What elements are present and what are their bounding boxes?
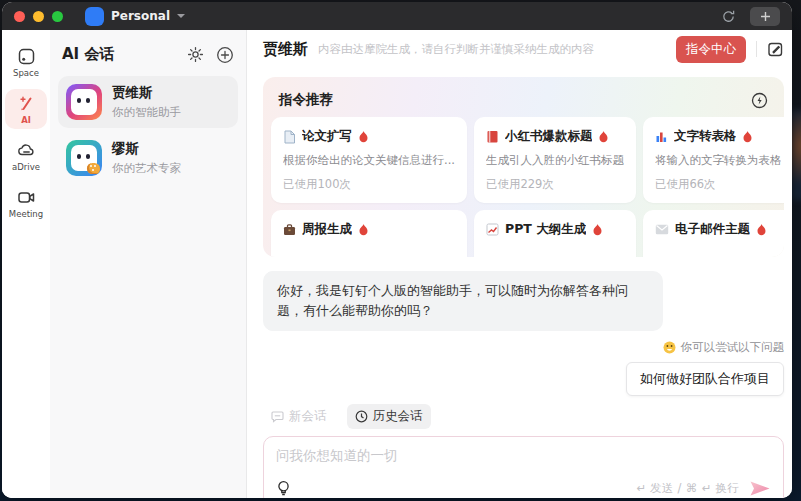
prompt-card[interactable]: 文字转表格 将输入的文字转换为表格 已使用66次 xyxy=(643,117,784,203)
plus-icon xyxy=(760,11,771,22)
send-plane-icon[interactable] xyxy=(749,479,771,498)
assistant-title: 贾维斯 xyxy=(263,40,308,59)
conversation-item-muse[interactable]: 缪斯 你的艺术专家 xyxy=(58,132,238,184)
workspace-switcher[interactable]: Personal xyxy=(85,7,185,26)
prompt-card[interactable]: 电子邮件主题 xyxy=(643,210,784,257)
card-usage: 已使用66次 xyxy=(655,177,782,192)
bolt-circle-icon[interactable] xyxy=(751,92,768,109)
flame-icon xyxy=(358,223,369,236)
document-icon xyxy=(283,130,296,144)
muse-avatar xyxy=(66,140,102,176)
chevron-down-icon xyxy=(177,14,185,18)
flame-icon xyxy=(592,223,603,236)
titlebar: Personal xyxy=(2,2,792,30)
shortcut-hint: ↵ 发送 / ⌘ ↵ 换行 xyxy=(636,481,739,496)
sidebar-item-adrive[interactable]: aDrive xyxy=(5,136,47,176)
message-input-box: ↵ 发送 / ⌘ ↵ 换行 xyxy=(263,436,784,498)
workspace-name: Personal xyxy=(111,9,170,23)
bulb-icon[interactable] xyxy=(276,480,291,497)
conversation-desc: 你的艺术专家 xyxy=(112,161,181,176)
sidebar-item-space[interactable]: Space xyxy=(5,42,47,82)
conversation-name: 缪斯 xyxy=(112,140,181,158)
red-book-icon xyxy=(486,130,499,143)
disclaimer-text: 内容由达摩院生成，请自行判断并谨慎采纳生成的内容 xyxy=(318,42,676,57)
suggested-question-button[interactable]: 如何做好团队合作项目 xyxy=(626,362,784,396)
card-desc: 根据你给出的论文关键信息进行... xyxy=(283,153,455,168)
chat-bubble-icon xyxy=(271,410,284,423)
conversation-desc: 你的智能助手 xyxy=(112,105,181,120)
ai-pen-icon xyxy=(17,94,36,113)
workspace-avatar-icon xyxy=(85,7,104,26)
close-icon[interactable] xyxy=(14,11,25,22)
refresh-icon[interactable] xyxy=(721,9,736,24)
panel-title: AI 会话 xyxy=(62,45,175,64)
sidebar-item-label: aDrive xyxy=(12,162,40,172)
divider xyxy=(756,41,757,57)
message-input[interactable] xyxy=(276,447,771,479)
chat-main: 贾维斯 内容由达摩院生成，请自行判断并谨慎采纳生成的内容 指令中心 指令推荐 xyxy=(247,30,792,498)
tab-new-chat[interactable]: 新会话 xyxy=(263,404,335,429)
plus-circle-icon[interactable] xyxy=(216,46,234,64)
assistant-message: 你好，我是钉钉个人版的智能助手，可以随时为你解答各种问题，有什么能帮助你的吗？ xyxy=(263,271,663,331)
line-chart-icon xyxy=(486,223,499,236)
briefcase-icon xyxy=(283,223,296,236)
conversation-panel: AI 会话 贾维斯 你的智能助手 xyxy=(50,30,247,498)
sidebar-item-label: AI xyxy=(21,115,31,125)
bar-chart-icon xyxy=(655,130,668,143)
flame-icon xyxy=(358,130,369,143)
card-usage: 已使用229次 xyxy=(486,177,624,192)
card-desc: 生成引人入胜的小红书标题 xyxy=(486,153,624,168)
sidebar-item-label: Meeting xyxy=(9,209,43,219)
sidebar-item-ai[interactable]: AI xyxy=(5,89,47,129)
cloud-icon xyxy=(17,141,36,160)
sidebar-item-label: Space xyxy=(13,68,39,78)
try-label: 你可以尝试以下问题 xyxy=(681,340,785,355)
edit-icon[interactable] xyxy=(767,41,784,58)
clock-icon xyxy=(355,410,368,423)
left-rail: Space AI aDrive xyxy=(2,30,50,498)
backdrop-blur xyxy=(791,110,801,200)
sidebar-item-meeting[interactable]: Meeting xyxy=(5,183,47,223)
conversation-item-jarvis[interactable]: 贾维斯 你的智能助手 xyxy=(58,76,238,128)
desktop-backdrop: Personal Space xyxy=(0,0,801,501)
card-usage: 已使用100次 xyxy=(283,177,455,192)
prompt-recommendations: 指令推荐 论文扩写 根据你给出的论文关键信息进行... xyxy=(263,77,784,257)
zoom-icon[interactable] xyxy=(52,11,63,22)
prompt-card[interactable]: 论文扩写 根据你给出的论文关键信息进行... 已使用100次 xyxy=(271,117,467,203)
app-window: Personal Space xyxy=(2,2,792,498)
prompts-title: 指令推荐 xyxy=(279,91,751,109)
tab-history[interactable]: 历史会话 xyxy=(347,404,431,429)
conversation-name: 贾维斯 xyxy=(112,84,181,102)
flame-icon xyxy=(598,130,609,143)
smiley-icon xyxy=(663,341,676,354)
flame-icon xyxy=(756,223,767,236)
prompt-card[interactable]: 小红书爆款标题 生成引人入胜的小红书标题 已使用229次 xyxy=(474,117,636,203)
gear-icon[interactable] xyxy=(187,46,204,63)
new-tab-button[interactable] xyxy=(750,7,780,26)
minimize-icon[interactable] xyxy=(33,11,44,22)
envelope-icon xyxy=(655,224,669,235)
try-suggestions-label-row: 你可以尝试以下问题 xyxy=(263,340,784,355)
card-desc: 将输入的文字转换为表格 xyxy=(655,153,782,168)
conversation-tabs: 新会话 历史会话 xyxy=(263,404,784,429)
flame-icon xyxy=(742,130,753,143)
prompt-card[interactable]: 周报生成 xyxy=(271,210,467,257)
space-icon xyxy=(17,47,36,66)
command-center-button[interactable]: 指令中心 xyxy=(676,36,746,63)
video-camera-icon xyxy=(17,188,36,207)
palette-icon xyxy=(87,163,100,174)
chat-header: 贾维斯 内容由达摩院生成，请自行判断并谨慎采纳生成的内容 指令中心 xyxy=(263,30,784,68)
prompt-card[interactable]: PPT 大纲生成 xyxy=(474,210,636,257)
jarvis-avatar xyxy=(66,84,102,120)
